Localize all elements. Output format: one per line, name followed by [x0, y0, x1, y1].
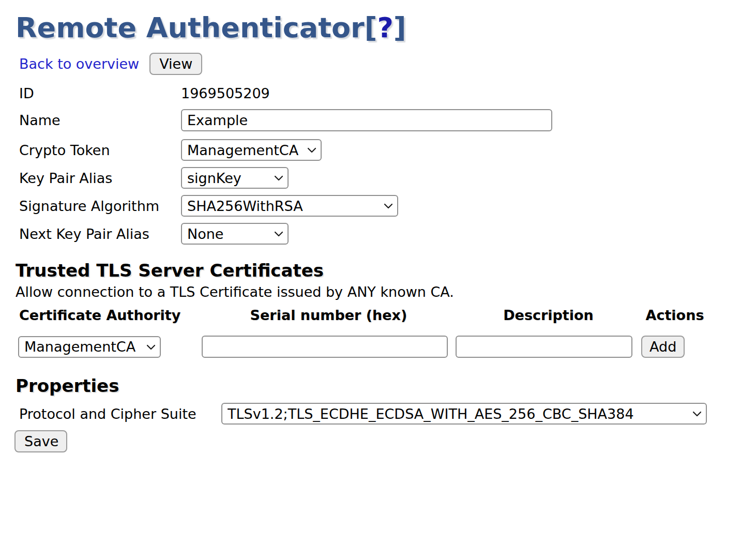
key-pair-alias-select[interactable]: signKey	[181, 167, 289, 189]
add-button[interactable]: Add	[641, 336, 685, 358]
serial-number-input[interactable]	[202, 336, 448, 358]
protocol-cipher-row: Protocol and Cipher Suite TLSv1.2;TLS_EC…	[19, 403, 756, 425]
signature-algorithm-label: Signature Algorithm	[19, 198, 181, 214]
toolbar-row: Back to overview View	[19, 52, 756, 75]
column-header-actions: Actions	[641, 307, 708, 323]
trusted-certs-header-row: Certificate Authority Serial number (hex…	[18, 307, 756, 323]
crypto-token-row: Crypto Token ManagementCA	[19, 139, 756, 161]
page-title: Remote Authenticator[?]	[16, 11, 756, 44]
trusted-certs-heading: Trusted TLS Server Certificates	[16, 260, 756, 281]
trusted-certs-table: Certificate Authority Serial number (hex…	[18, 307, 756, 358]
crypto-token-label: Crypto Token	[19, 142, 181, 158]
name-row: Name	[19, 109, 756, 131]
certificate-authority-select[interactable]: ManagementCA	[18, 336, 161, 358]
protocol-cipher-select[interactable]: TLSv1.2;TLS_ECDHE_ECDSA_WITH_AES_256_CBC…	[221, 403, 707, 425]
next-key-pair-alias-label: Next Key Pair Alias	[19, 226, 181, 242]
signature-algorithm-select[interactable]: SHA256WithRSA	[181, 195, 398, 217]
properties-heading: Properties	[16, 375, 756, 396]
crypto-token-select[interactable]: ManagementCA	[181, 139, 322, 161]
id-value: 1969505209	[181, 85, 270, 101]
column-header-description: Description	[456, 307, 641, 323]
back-to-overview-link[interactable]: Back to overview	[19, 56, 139, 72]
id-label: ID	[19, 85, 181, 101]
key-pair-alias-row: Key Pair Alias signKey	[19, 167, 756, 189]
save-button[interactable]: Save	[14, 430, 67, 452]
key-pair-alias-label: Key Pair Alias	[19, 170, 181, 186]
help-bracket-close: ]	[394, 11, 406, 44]
help-icon[interactable]: ?	[377, 11, 393, 44]
remote-authenticator-page: Remote Authenticator[?] Back to overview…	[0, 0, 756, 452]
name-label: Name	[19, 112, 181, 128]
description-input[interactable]	[456, 336, 632, 358]
trusted-certs-input-row: ManagementCA Add	[18, 336, 756, 358]
help-bracket-open: [	[365, 11, 377, 44]
name-input[interactable]	[181, 109, 552, 131]
page-title-text: Remote Authenticator	[16, 11, 365, 44]
trusted-certs-subtext: Allow connection to a TLS Certificate is…	[16, 284, 756, 300]
column-header-serial-number: Serial number (hex)	[202, 307, 456, 323]
next-key-pair-alias-row: Next Key Pair Alias None	[19, 223, 756, 245]
signature-algorithm-row: Signature Algorithm SHA256WithRSA	[19, 195, 756, 217]
column-header-certificate-authority: Certificate Authority	[18, 307, 202, 323]
authenticator-form: ID 1969505209 Name Crypto Token Manageme…	[19, 85, 756, 245]
id-row: ID 1969505209	[19, 85, 756, 101]
next-key-pair-alias-select[interactable]: None	[181, 223, 289, 245]
view-button[interactable]: View	[149, 53, 202, 75]
protocol-cipher-label: Protocol and Cipher Suite	[19, 406, 221, 422]
